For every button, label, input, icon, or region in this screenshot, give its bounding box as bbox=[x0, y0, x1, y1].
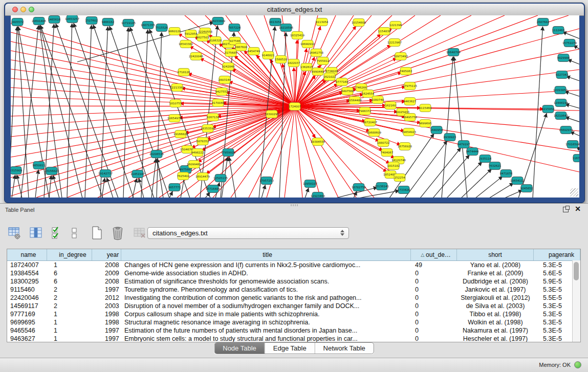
graph-node[interactable]: 16961758 bbox=[309, 49, 323, 57]
graph-node[interactable]: 18495758 bbox=[403, 114, 417, 121]
graph-node[interactable]: 9115460 bbox=[419, 104, 432, 112]
graph-node[interactable]: 1733426 bbox=[398, 186, 410, 194]
graph-node[interactable]: 2718126 bbox=[178, 69, 190, 76]
graph-node[interactable]: 1880722 bbox=[377, 139, 390, 147]
network-canvas[interactable]: 2405572206914061465616106532571527602946… bbox=[11, 15, 579, 198]
table-row[interactable]: 977716911998Corpus callosum shape and si… bbox=[7, 310, 580, 318]
graph-node[interactable]: 5878352 bbox=[197, 138, 209, 145]
graph-node[interactable]: 19142737 bbox=[98, 170, 113, 178]
graph-node[interactable]: 19384554 bbox=[311, 138, 325, 146]
graph-node[interactable]: 19166822 bbox=[173, 130, 188, 138]
graph-node[interactable]: 8990448 bbox=[312, 68, 324, 76]
graph-node[interactable]: 16756928 bbox=[398, 143, 412, 150]
tab-node-table[interactable]: Node Table bbox=[214, 343, 265, 354]
graph-node[interactable]: 13156823 bbox=[45, 167, 59, 175]
graph-node[interactable]: 3175685 bbox=[225, 49, 237, 57]
graph-node[interactable]: 12213967 bbox=[387, 39, 402, 47]
graph-node[interactable]: 9242848 bbox=[222, 63, 235, 71]
graph-node[interactable]: 16648784 bbox=[446, 49, 461, 56]
graph-node[interactable]: 8813054 bbox=[269, 18, 282, 26]
graph-node[interactable]: 8113054 bbox=[316, 18, 329, 26]
graph-node[interactable]: 10154808 bbox=[352, 19, 366, 27]
new-table-icon[interactable] bbox=[90, 225, 103, 243]
graph-node[interactable]: 1080748 bbox=[372, 96, 384, 104]
graph-node[interactable]: 1167335 bbox=[573, 155, 579, 162]
graph-node[interactable]: 2803144 bbox=[219, 76, 231, 84]
column-header-title[interactable]: title bbox=[121, 249, 411, 260]
graph-node[interactable]: 1822037 bbox=[288, 59, 300, 67]
graph-node[interactable]: 10654978 bbox=[167, 115, 182, 122]
graph-node[interactable]: 9857771 bbox=[168, 184, 181, 191]
float-window-icon[interactable] bbox=[563, 207, 569, 212]
panel-splitter-grip[interactable] bbox=[291, 204, 298, 206]
graph-node[interactable]: 1810755 bbox=[169, 100, 182, 107]
network-table-select[interactable]: citations_edges.txt bbox=[147, 227, 349, 239]
memory-ok-icon[interactable] bbox=[574, 361, 581, 368]
graph-node[interactable]: 7485063 bbox=[400, 68, 412, 75]
table-row[interactable]: 1938455462009Genome-wide association stu… bbox=[7, 269, 580, 277]
graph-node[interactable]: 16210643 bbox=[554, 112, 568, 120]
column-header-name[interactable]: name bbox=[7, 249, 47, 260]
graph-node[interactable]: 1815182 bbox=[387, 162, 400, 170]
graph-node[interactable]: 1640954 bbox=[430, 126, 443, 134]
graph-node[interactable]: 17959928 bbox=[221, 149, 235, 157]
graph-node[interactable]: 9498222 bbox=[191, 149, 204, 157]
graph-node[interactable]: 2405572 bbox=[11, 18, 24, 26]
table-row[interactable]: 946554611997Estimation of the future num… bbox=[7, 326, 580, 335]
window-titlebar[interactable]: citations_edges.txt bbox=[5, 4, 584, 16]
graph-node[interactable]: 9463627 bbox=[404, 98, 417, 105]
graph-node[interactable]: 12213383 bbox=[170, 84, 184, 92]
tab-network-table[interactable]: Network Table bbox=[315, 343, 374, 354]
graph-node[interactable]: 12444194 bbox=[554, 99, 568, 107]
graph-node[interactable]: 6479197 bbox=[458, 141, 470, 148]
graph-node[interactable]: 16033809 bbox=[211, 17, 225, 25]
tab-edge-table[interactable]: Edge Table bbox=[265, 343, 315, 354]
graph-node[interactable]: 7484067 bbox=[381, 149, 394, 157]
vertical-scrollbar[interactable] bbox=[572, 260, 580, 342]
graph-node[interactable]: 9466162 bbox=[102, 18, 115, 26]
graph-node[interactable]: 10973493 bbox=[394, 53, 408, 60]
graph-node[interactable]: 9227343 bbox=[556, 71, 569, 79]
graph-node[interactable]: 9474444 bbox=[466, 148, 479, 156]
graph-node[interactable]: 10653257 bbox=[65, 15, 79, 23]
graph-node[interactable]: 16099489 bbox=[187, 161, 201, 168]
graph-node[interactable]: 15716485 bbox=[206, 185, 220, 193]
graph-node[interactable]: 16671355 bbox=[141, 21, 155, 29]
graph-node[interactable]: 12923468 bbox=[311, 192, 325, 198]
graph-node[interactable]: 10958107 bbox=[303, 180, 317, 188]
graph-node[interactable]: 9170048 bbox=[212, 99, 225, 107]
close-icon[interactable]: ✕ bbox=[575, 205, 581, 212]
graph-node[interactable]: 8267130 bbox=[207, 114, 220, 121]
graph-node[interactable]: 2687682 bbox=[537, 18, 550, 26]
graph-node[interactable]: 162160 bbox=[385, 102, 396, 110]
table-row[interactable]: 1456911722003Disruption of a novel membe… bbox=[7, 302, 580, 310]
graph-node[interactable]: 8938923 bbox=[444, 134, 456, 141]
graph-node[interactable]: 1221396 bbox=[389, 21, 402, 29]
graph-node[interactable]: 18720407 bbox=[363, 119, 377, 126]
graph-node[interactable]: 9860128 bbox=[168, 28, 181, 35]
graph-node[interactable]: 6497568 bbox=[341, 87, 354, 95]
graph-node[interactable]: 1112463 bbox=[552, 27, 565, 34]
column-header-pagerank[interactable]: pagerank bbox=[534, 249, 580, 260]
table-row[interactable]: 911546021997Tourette syndrome. Phenomeno… bbox=[7, 286, 580, 294]
canvas-resize-grip[interactable] bbox=[570, 188, 578, 196]
graph-node[interactable]: 22420046 bbox=[189, 53, 203, 60]
graph-node[interactable]: 20206536 bbox=[149, 150, 164, 158]
graph-node[interactable]: 1724007 bbox=[289, 103, 301, 111]
graph-node[interactable]: 17975115 bbox=[403, 82, 417, 90]
graph-node[interactable]: 1154838 bbox=[378, 28, 391, 35]
graph-node[interactable]: 7955812 bbox=[317, 57, 330, 65]
graph-node[interactable]: 1588520 bbox=[275, 56, 288, 63]
graph-node[interactable]: 17016504 bbox=[565, 141, 579, 148]
column-header-short[interactable]: short bbox=[457, 249, 534, 260]
graph-node[interactable]: 9146821 bbox=[262, 52, 275, 59]
graph-node[interactable]: 8215958 bbox=[542, 105, 555, 113]
graph-node[interactable]: 2935114 bbox=[479, 155, 492, 163]
graph-node[interactable]: 18353594 bbox=[201, 125, 215, 133]
table-row[interactable]: 969969511998Structural magnetic resonanc… bbox=[7, 318, 580, 326]
citation-network-graph[interactable]: 2405572206914061465616106532571527602946… bbox=[11, 15, 579, 198]
graph-node[interactable]: 7986372 bbox=[359, 107, 372, 115]
graph-node[interactable]: 9850811 bbox=[33, 162, 46, 169]
graph-node[interactable]: 19218596 bbox=[279, 24, 293, 32]
graph-node[interactable]: 20564486 bbox=[347, 97, 362, 104]
